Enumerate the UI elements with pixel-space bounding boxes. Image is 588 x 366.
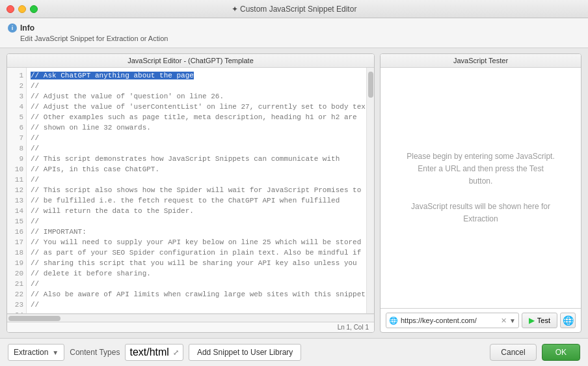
placeholder-line1: Please begin by entering some JavaScript… xyxy=(407,152,554,161)
tester-panel: JavaScript Tester Please begin by enteri… xyxy=(380,53,581,333)
bottom-bar: Extraction ▼ Content Types text/html ⤢ A… xyxy=(0,338,588,366)
url-dropdown-arrow[interactable]: ▼ xyxy=(509,317,516,324)
vertical-scrollbar[interactable] xyxy=(366,68,374,313)
test-button[interactable]: ▶ Test xyxy=(522,313,557,328)
cursor-position: Ln 1, Col 1 xyxy=(338,324,369,331)
editor-bottom: Ln 1, Col 1 xyxy=(7,313,374,332)
code-editor[interactable]: // Ask ChatGPT anything about the page//… xyxy=(27,68,366,313)
tester-placeholder: Please begin by entering some JavaScript… xyxy=(407,150,554,225)
info-heading: Info xyxy=(20,23,34,33)
title-bar-buttons xyxy=(7,5,38,13)
globe-button[interactable]: 🌐 xyxy=(560,313,576,328)
tester-body: Please begin by entering some JavaScript… xyxy=(381,68,581,308)
hscroll-thumb[interactable] xyxy=(8,316,60,321)
content-type-expand-icon[interactable]: ⤢ xyxy=(173,348,179,357)
content-types-label: Content Types xyxy=(70,348,120,357)
add-snippet-button[interactable]: Add Snippet to User Library xyxy=(189,344,301,361)
horizontal-scrollbar[interactable] xyxy=(7,314,374,322)
info-icon: i xyxy=(8,23,17,33)
placeholder-line5: Extraction xyxy=(463,214,498,223)
extraction-label: Extraction xyxy=(14,348,48,357)
window-title: ✦ Custom JavaScript Snippet Editor xyxy=(232,5,357,14)
tester-header: JavaScript Tester xyxy=(381,54,581,68)
minimize-button[interactable] xyxy=(18,5,26,13)
info-description: Edit JavaScript Snippet for Extraction o… xyxy=(20,35,580,42)
main-content: JavaScript Editor - (ChatGPT) Template 1… xyxy=(0,48,588,338)
editor-header: JavaScript Editor - (ChatGPT) Template xyxy=(7,54,374,68)
url-clear-button[interactable]: ✕ xyxy=(501,317,507,325)
placeholder-line2: Enter a URL and then press the Test xyxy=(418,164,543,173)
title-bar: ✦ Custom JavaScript Snippet Editor xyxy=(0,0,588,18)
info-title: i Info xyxy=(8,23,580,33)
editor-body[interactable]: 12345 678910 1112131415 1617181920 21222… xyxy=(7,68,374,313)
test-button-label: Test xyxy=(537,317,550,324)
tester-footer: 🌐 https://key-content.com/ ✕ ▼ ▶ Test 🌐 xyxy=(381,308,581,332)
scroll-thumb[interactable] xyxy=(368,72,373,98)
line-numbers: 12345 678910 1112131415 1617181920 21222… xyxy=(7,68,27,313)
editor-status: Ln 1, Col 1 xyxy=(7,322,374,332)
url-value[interactable]: https://key-content.com/ xyxy=(401,317,498,324)
play-icon: ▶ xyxy=(529,316,535,325)
url-globe-icon: 🌐 xyxy=(389,317,398,325)
cancel-button[interactable]: Cancel xyxy=(490,344,536,361)
content-type-value: text/html xyxy=(129,346,168,358)
hscroll-row xyxy=(7,313,374,322)
url-input-container[interactable]: 🌐 https://key-content.com/ ✕ ▼ xyxy=(386,313,519,328)
close-button[interactable] xyxy=(7,5,14,13)
info-bar: i Info Edit JavaScript Snippet for Extra… xyxy=(0,18,588,48)
extraction-dropdown[interactable]: Extraction ▼ xyxy=(8,344,64,361)
content-type-container[interactable]: text/html ⤢ xyxy=(125,344,183,361)
placeholder-line3: button. xyxy=(469,176,493,186)
dropdown-arrow-icon: ▼ xyxy=(52,349,59,356)
maximize-button[interactable] xyxy=(30,5,38,13)
placeholder-line4: JavaScript results will be shown here fo… xyxy=(411,202,550,211)
editor-panel: JavaScript Editor - (ChatGPT) Template 1… xyxy=(7,53,375,333)
ok-button[interactable]: OK xyxy=(542,344,580,361)
